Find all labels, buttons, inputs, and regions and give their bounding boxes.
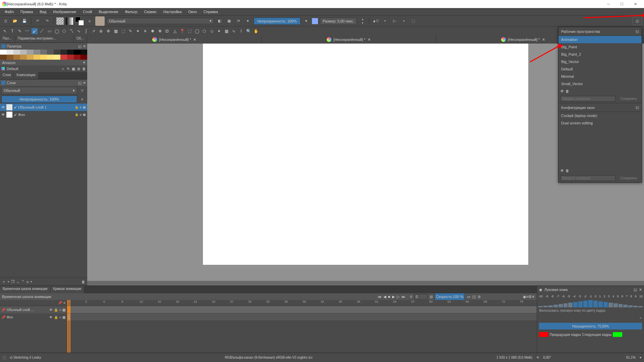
menu-layer[interactable]: Слой — [80, 9, 95, 14]
workspace-chooser-icon[interactable]: ◫ — [633, 17, 642, 25]
winconfig-item[interactable]: Cockpit (laptop mode) — [558, 112, 642, 119]
menu-help[interactable]: Справка — [201, 9, 221, 14]
mirror-h-drop-icon[interactable]: ▾ — [381, 17, 389, 25]
workspace-item[interactable]: Big_Vector — [558, 58, 642, 65]
tab-curves[interactable]: Кривые анимации — [50, 286, 84, 293]
move-tool-icon[interactable]: ↖ — [2, 28, 8, 34]
wp-new2-icon[interactable]: ⊕ — [560, 168, 564, 173]
multibrush-icon[interactable]: ⊕ — [98, 28, 104, 34]
menu-file[interactable]: Файл — [2, 9, 16, 14]
swatch[interactable] — [60, 50, 67, 55]
winconfig-item[interactable]: Dual screen editing — [558, 119, 642, 127]
wrap-icon[interactable]: ▾ — [244, 17, 252, 25]
sel-contig-icon[interactable]: ✦ — [216, 28, 222, 34]
wp-float-icon[interactable]: ◱ — [636, 29, 639, 34]
float-layers-icon[interactable]: ◱ — [78, 81, 82, 85]
opacity-dropdown-icon[interactable]: ▾ — [303, 17, 310, 25]
swatch[interactable] — [54, 50, 60, 55]
menu-tools[interactable]: Сервис — [141, 9, 159, 14]
swatch[interactable] — [80, 50, 87, 55]
opacity-slider[interactable]: Непрозрачность: 100% — [254, 17, 301, 25]
close-onion-icon[interactable]: ✕ — [639, 288, 642, 292]
wp-delete2-icon[interactable]: 🗑 — [566, 169, 569, 173]
timeline-frames[interactable]: 0369121518212427303336394245485154576063… — [67, 300, 537, 353]
sel-rect-icon[interactable]: ⬚ — [186, 28, 193, 34]
menu-filter[interactable]: Фильтр — [122, 9, 140, 14]
menu-window[interactable]: Окно — [185, 9, 200, 14]
mirror-h-icon[interactable]: ▲▽ — [372, 17, 379, 25]
swatch[interactable] — [34, 50, 40, 55]
smart-patch-icon[interactable]: ✱ — [150, 28, 156, 34]
doc-tab-1[interactable]: [Несохранённый] *✕ — [87, 36, 262, 44]
ellipse-tool-icon[interactable]: ◯ — [54, 28, 60, 34]
anim-settings3-icon[interactable]: ⊘ — [478, 295, 481, 299]
inherit-icon[interactable]: ▦ — [83, 113, 86, 116]
onion-bar[interactable] — [623, 305, 628, 307]
workspace-save-button[interactable]: Сохранить — [618, 96, 640, 101]
brush-preview[interactable] — [95, 16, 105, 26]
float-icon[interactable]: ◱ — [78, 44, 82, 49]
alpha-icon[interactable]: α — [80, 106, 82, 109]
workspace-item[interactable]: Animation — [558, 36, 642, 43]
grid1-icon[interactable]: ▦ — [72, 67, 75, 71]
first-frame-icon[interactable]: ⏮ — [378, 295, 381, 299]
prev-color-swatch[interactable] — [539, 332, 548, 337]
tab-timeline[interactable]: Временная шкала анимации — [0, 286, 50, 293]
stop-icon[interactable]: ■ — [388, 295, 390, 299]
tab-compositions[interactable]: Композиции — [14, 72, 38, 79]
tab-palette[interactable]: Пал... — [0, 36, 15, 43]
swatch[interactable] — [27, 55, 34, 60]
speed-slider[interactable]: Скорость:100 % — [435, 293, 465, 300]
add-swatch-icon[interactable]: ＋ — [61, 66, 65, 71]
prev-frame-icon[interactable]: ◀ — [383, 295, 386, 299]
gradient-swatch[interactable] — [66, 17, 73, 25]
wp-new-icon[interactable]: ⊕ — [560, 89, 564, 93]
add-layer-icon[interactable]: ＋ — [2, 279, 6, 284]
pan-tool-icon[interactable]: ✋ — [253, 28, 259, 34]
next-frame-icon[interactable]: ▷ — [397, 295, 399, 299]
blend-mode-dropdown[interactable]: Обычный▾ — [107, 18, 214, 24]
visibility-icon[interactable]: 👁 — [1, 113, 5, 117]
next-color-swatch[interactable] — [613, 332, 622, 337]
color-preview[interactable] — [312, 18, 318, 24]
swatch[interactable] — [13, 55, 20, 60]
duplicate-layer-icon[interactable]: ❐ — [11, 280, 14, 284]
anim-settings-icon[interactable]: ▭ — [467, 295, 470, 299]
anim-close-icon[interactable]: ✕ — [532, 295, 535, 299]
pattern-swatch[interactable] — [56, 17, 64, 25]
sel-color-icon[interactable]: ▦ — [223, 28, 229, 34]
edit-swatch-icon[interactable]: ✎ — [67, 67, 70, 71]
zoom-level[interactable]: 61,1% — [626, 356, 636, 359]
tl-layer-2[interactable]: 📌Фон 👁🔒α▦ — [0, 313, 67, 321]
polygon-tool-icon[interactable]: ⬠ — [61, 28, 67, 34]
sel-bezier-icon[interactable]: ∿ — [231, 28, 237, 34]
swatch[interactable] — [47, 50, 54, 55]
menu-settings[interactable]: Настройка — [161, 9, 184, 14]
dynamic-brush-icon[interactable]: ↗ — [91, 28, 97, 34]
minimize-button[interactable]: ─ — [602, 0, 615, 8]
eraser-icon[interactable]: ◧ — [216, 17, 223, 25]
swatch[interactable] — [7, 50, 13, 55]
visibility-icon[interactable]: 👁 — [1, 105, 5, 109]
colorize-icon[interactable]: ❋ — [157, 28, 163, 34]
doc-tab-2[interactable]: [Несохранённый] *✕ — [262, 36, 436, 44]
tab-overview[interactable]: Об... — [74, 36, 87, 43]
layer-row-1[interactable]: 👁 🖌 Обычный слой 1 🔓 α ▦ — [0, 104, 87, 111]
crop-tool-icon[interactable]: ✜ — [105, 28, 111, 34]
workspace-item[interactable]: Big_Paint_2 — [558, 51, 642, 58]
alpha-lock-icon[interactable]: ▦ — [225, 17, 233, 25]
open-file-icon[interactable]: 📂 — [11, 17, 19, 25]
menu-image[interactable]: Изображение — [50, 9, 79, 14]
anim-settings2-icon[interactable]: ◫ — [472, 295, 476, 299]
swatch[interactable] — [54, 55, 60, 60]
gradient-tool-icon[interactable]: ✕ — [142, 28, 148, 34]
close-panel-icon[interactable]: ✕ — [83, 44, 86, 49]
close-button[interactable]: ✕ — [629, 0, 642, 8]
swatch[interactable] — [74, 55, 80, 60]
vis-icon[interactable]: 👁 — [49, 315, 53, 319]
drop-frames-icon[interactable]: ⊟ — [430, 295, 433, 299]
onion-saturation-slider[interactable]: Насыщенность: 75,00% — [539, 323, 642, 329]
lock-icon[interactable]: 🔒 — [75, 113, 78, 116]
move-up-icon[interactable]: ⌃ — [21, 280, 24, 284]
canvas[interactable] — [203, 44, 528, 265]
